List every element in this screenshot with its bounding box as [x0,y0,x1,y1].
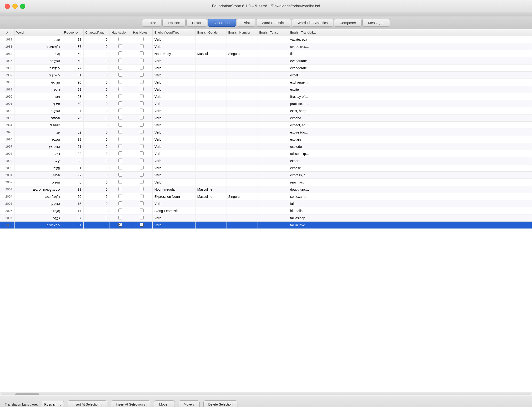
table-row[interactable]: 1993הִרְחִיב750Verbexpand [0,115,532,122]
audio-checkbox[interactable] [118,80,122,84]
nav-word-list-statistics[interactable]: Word List Statistics [292,19,333,27]
audio-checkbox[interactable] [118,180,122,184]
table-row[interactable]: 2004חֶשְׁבּוֹן נֶפֶשׁ500Expression NounM… [0,193,532,200]
audio-checkbox[interactable] [118,94,122,98]
notes-checkbox[interactable] [140,123,143,127]
notes-checkbox[interactable] [140,37,143,41]
table-row[interactable]: 1991תִּירְגֵּל300Verbpractice, e… [0,100,532,107]
table-row[interactable]: 2006אֶהֱלוֹ170Slang Expressionhi!, hello… [0,207,532,214]
cell-notes[interactable] [131,79,152,86]
scrollbar-thumb[interactable] [15,393,39,395]
table-row[interactable]: 2007נִרְדַּם870Verbfall asleep [0,214,532,222]
audio-checkbox[interactable] [118,73,122,77]
audio-checkbox[interactable] [118,130,122,134]
notes-checkbox[interactable] [140,144,143,148]
notes-checkbox[interactable] [140,187,143,191]
audio-checkbox[interactable] [118,173,122,177]
notes-checkbox[interactable] [140,109,143,112]
audio-checkbox[interactable] [118,223,122,227]
cell-notes[interactable] [131,179,152,186]
notes-checkbox[interactable] [140,180,143,184]
cell-notes[interactable] [131,86,152,93]
cell-notes[interactable] [131,50,152,57]
cell-audio[interactable] [110,72,131,79]
table-row[interactable]: 1985הִתְאַדֶּה500Verbevapourate [0,57,532,64]
cell-audio[interactable] [110,115,131,122]
cell-audio[interactable] [110,122,131,129]
audio-checkbox[interactable] [118,144,122,148]
notes-checkbox[interactable] [140,51,143,55]
cell-notes[interactable] [131,64,152,72]
table-row[interactable]: 1989רִיגֵּשׁ290Verbexcite [0,86,532,93]
cell-notes[interactable] [131,193,152,200]
notes-checkbox[interactable] [140,87,143,91]
cell-notes[interactable] [131,143,152,150]
audio-checkbox[interactable] [118,51,122,55]
audio-checkbox[interactable] [118,44,122,48]
notes-checkbox[interactable] [140,209,143,212]
cell-audio[interactable] [110,207,131,214]
cell-audio[interactable] [110,222,131,229]
audio-checkbox[interactable] [118,216,122,219]
cell-notes[interactable] [131,57,152,64]
nav-word-statistics[interactable]: Word Statistics [256,19,291,27]
cell-notes[interactable] [131,200,152,207]
table-row[interactable]: 1984אֶגְרוֹף690Noun BodyMasculineSingula… [0,50,532,57]
cell-audio[interactable] [110,36,131,43]
nav-print[interactable]: Print [237,19,255,27]
language-select[interactable]: Russian English French German Spanish [42,401,64,407]
notes-checkbox[interactable] [140,216,143,219]
cell-notes[interactable] [131,72,152,79]
cell-notes[interactable] [131,122,152,129]
cell-notes[interactable] [131,207,152,214]
table-row[interactable]: 1998נִצֵּל920Verbutilise; exp… [0,150,532,157]
audio-checkbox[interactable] [118,194,122,198]
notes-checkbox[interactable] [140,158,143,162]
notes-checkbox[interactable] [140,166,143,170]
notes-checkbox[interactable] [140,201,143,205]
table-row[interactable]: 1994צִיפָּה ל830Verbexpect, an… [0,122,532,129]
cell-audio[interactable] [110,214,131,222]
audio-checkbox[interactable] [118,59,122,62]
audio-checkbox[interactable] [118,201,122,205]
cell-notes[interactable] [131,136,152,143]
table-row[interactable]: 2000חָשַׂף910Verbexpose [0,164,532,172]
cell-audio[interactable] [110,186,131,193]
audio-checkbox[interactable] [118,137,122,141]
nav-editor[interactable]: Editor [186,19,207,27]
audio-checkbox[interactable] [118,102,122,105]
table-row[interactable]: 2003סָפֵק; סְפָקוֹת טוֹבִים990Noun Irreg… [0,186,532,193]
table-row[interactable]: 2001הִבִּיעַ970Verbexpress, c… [0,172,532,179]
cell-audio[interactable] [110,43,131,50]
cell-audio[interactable] [110,172,131,179]
horizontal-scrollbar[interactable] [0,392,532,396]
delete-selection-button[interactable]: Delete Selection [203,400,238,407]
cell-audio[interactable] [110,86,131,93]
notes-checkbox[interactable] [140,73,143,77]
table-row[interactable]: 1990פִּטֵּר930Verbfire, lay of… [0,93,532,100]
nav-tutor[interactable]: Tutor [142,19,161,27]
cell-notes[interactable] [131,100,152,107]
notes-checkbox[interactable] [140,102,143,105]
cell-notes[interactable] [131,93,152,100]
notes-checkbox[interactable] [140,151,143,155]
cell-notes[interactable] [131,186,152,193]
cell-audio[interactable] [110,200,131,207]
nav-messages[interactable]: Messages [362,19,389,27]
cell-notes[interactable] [131,43,152,50]
notes-checkbox[interactable] [140,66,143,70]
table-row[interactable]: 1986הִגְזִים ב770Verbexaggerate [0,64,532,72]
audio-checkbox[interactable] [118,109,122,112]
cell-audio[interactable] [110,79,131,86]
notes-checkbox[interactable] [140,59,143,62]
notes-checkbox[interactable] [140,44,143,48]
table-row[interactable]: 1999יִצֵּא980Verbexport [0,157,532,164]
cell-notes[interactable] [131,164,152,172]
cell-notes[interactable] [131,157,152,164]
table-row[interactable]: 1992הִתְקַיֵּם970Verbexist, happ… [0,107,532,115]
table-row[interactable]: 1988הֶחֱלִיף900Verbexchange,… [0,79,532,86]
cell-notes[interactable] [131,214,152,222]
notes-checkbox[interactable] [140,94,143,98]
move-down-button[interactable]: Move ↓ [179,400,199,407]
notes-checkbox[interactable] [140,130,143,134]
